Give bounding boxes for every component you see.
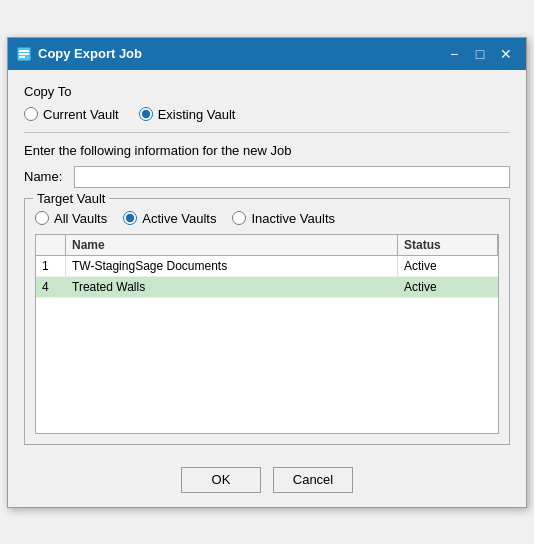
inactive-vaults-radio[interactable] — [232, 211, 246, 225]
copy-export-dialog: Copy Export Job − □ ✕ Copy To Current Va… — [7, 37, 527, 508]
all-vaults-radio-item[interactable]: All Vaults — [35, 211, 107, 226]
dialog-icon — [16, 46, 32, 62]
dialog-title: Copy Export Job — [38, 46, 442, 61]
dialog-body: Copy To Current Vault Existing Vault Ent… — [8, 70, 526, 457]
existing-vault-label: Existing Vault — [158, 107, 236, 122]
svg-rect-3 — [19, 56, 25, 58]
maximize-button[interactable]: □ — [468, 44, 492, 64]
row-status-4: Active — [398, 277, 498, 297]
ok-button[interactable]: OK — [181, 467, 261, 493]
target-vault-legend: Target Vault — [33, 191, 109, 206]
title-bar: Copy Export Job − □ ✕ — [8, 38, 526, 70]
current-vault-radio-item[interactable]: Current Vault — [24, 107, 119, 122]
inactive-vaults-radio-item[interactable]: Inactive Vaults — [232, 211, 335, 226]
row-status-1: Active — [398, 256, 498, 276]
name-field-row: Name: — [24, 166, 510, 188]
current-vault-label: Current Vault — [43, 107, 119, 122]
all-vaults-radio[interactable] — [35, 211, 49, 225]
col-header-name: Name — [66, 235, 398, 255]
active-vaults-radio[interactable] — [123, 211, 137, 225]
cancel-button[interactable]: Cancel — [273, 467, 353, 493]
svg-rect-1 — [19, 50, 29, 52]
col-header-status: Status — [398, 235, 498, 255]
all-vaults-label: All Vaults — [54, 211, 107, 226]
row-num-4: 4 — [36, 277, 66, 297]
col-header-num — [36, 235, 66, 255]
active-vaults-label: Active Vaults — [142, 211, 216, 226]
row-name-4: Treated Walls — [66, 277, 398, 297]
vault-table: Name Status 1 TW-StagingSage Documents A… — [35, 234, 499, 434]
copy-to-radio-group: Current Vault Existing Vault — [24, 107, 510, 122]
copy-to-label: Copy To — [24, 84, 510, 99]
info-text: Enter the following information for the … — [24, 143, 510, 158]
target-vault-group: Target Vault All Vaults Active Vaults In… — [24, 198, 510, 445]
active-vaults-radio-item[interactable]: Active Vaults — [123, 211, 216, 226]
row-num-1: 1 — [36, 256, 66, 276]
existing-vault-radio[interactable] — [139, 107, 153, 121]
window-controls: − □ ✕ — [442, 44, 518, 64]
dialog-footer: OK Cancel — [8, 457, 526, 507]
table-header: Name Status — [36, 235, 498, 256]
close-button[interactable]: ✕ — [494, 44, 518, 64]
svg-rect-2 — [19, 53, 29, 55]
inactive-vaults-label: Inactive Vaults — [251, 211, 335, 226]
existing-vault-radio-item[interactable]: Existing Vault — [139, 107, 236, 122]
name-input[interactable] — [74, 166, 510, 188]
name-label: Name: — [24, 169, 74, 184]
table-row[interactable]: 1 TW-StagingSage Documents Active — [36, 256, 498, 277]
divider-1 — [24, 132, 510, 133]
current-vault-radio[interactable] — [24, 107, 38, 121]
vault-filter-radio-group: All Vaults Active Vaults Inactive Vaults — [35, 211, 499, 226]
table-row[interactable]: 4 Treated Walls Active — [36, 277, 498, 298]
row-name-1: TW-StagingSage Documents — [66, 256, 398, 276]
minimize-button[interactable]: − — [442, 44, 466, 64]
